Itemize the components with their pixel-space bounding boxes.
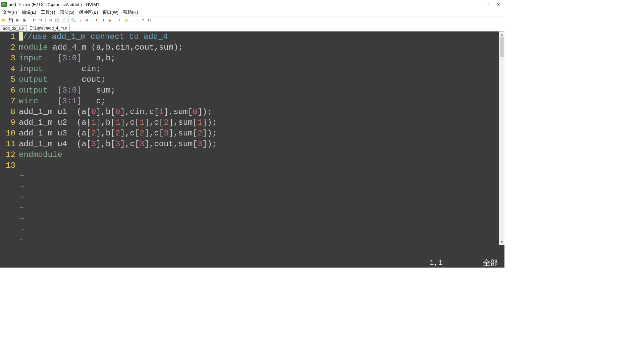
window-buttons: — ❐ ✕ <box>473 2 503 7</box>
titlebar: add_4_m.v (E:\1XTIC\practice\add\rtl) - … <box>0 0 504 9</box>
lineno: 9 <box>0 117 19 128</box>
menu-help[interactable]: 帮助(H) <box>122 9 139 15</box>
cursor-position: 1,1 <box>429 259 483 267</box>
code-line: input [3:0] a,b; <box>19 53 499 64</box>
separator <box>68 17 69 23</box>
session-save-icon[interactable]: ⬇ <box>101 17 106 23</box>
lineno: 2 <box>0 42 19 53</box>
copy-icon[interactable]: 📋 <box>54 17 60 23</box>
code-line: module add_4_m (a,b,cin,cout,sum); <box>19 42 499 53</box>
session-load-icon[interactable]: ⬆ <box>94 17 99 23</box>
separator <box>29 17 29 23</box>
menu-edit[interactable]: 编辑(E) <box>20 9 38 15</box>
find-icon[interactable]: 🔍 <box>71 17 76 23</box>
paste-icon[interactable]: 📄 <box>61 17 66 23</box>
maximize-button[interactable]: ❐ <box>484 2 489 7</box>
replace-icon[interactable]: ♻ <box>84 17 90 23</box>
vertical-scrollbar[interactable]: ▲ ▼ <box>499 32 504 245</box>
lineno: 11 <box>0 139 19 150</box>
editor-padding <box>0 245 504 258</box>
findhelp-icon[interactable]: ☈ <box>147 17 152 23</box>
window-title: add_4_m.v (E:\1XTIC\practice\add\rtl) - … <box>9 2 473 7</box>
tag-icon[interactable]: ▭ <box>130 17 136 23</box>
menu-buffers[interactable]: 缓冲区(B) <box>78 9 99 15</box>
menu-window[interactable]: 窗口(W) <box>101 9 120 15</box>
help-icon[interactable]: ? <box>140 17 146 23</box>
saveall-icon[interactable]: 🗎 <box>15 17 20 23</box>
editor-area: 1//use add_1_m connect to add_4 2module … <box>0 32 504 245</box>
undo-icon[interactable]: ↶ <box>31 17 37 23</box>
separator <box>92 17 92 23</box>
lineno: 4 <box>0 64 19 74</box>
lineno: 13 <box>0 160 19 171</box>
lineno: 6 <box>0 85 19 96</box>
lineno: 8 <box>0 107 19 117</box>
code-line: add_1_m u2 (a[1],b[1],c[1],c[2],sum[1]); <box>19 117 499 128</box>
code-editor[interactable]: 1//use add_1_m connect to add_4 2module … <box>0 32 499 245</box>
code-line: //use add_1_m connect to add_4 <box>19 32 499 42</box>
code-line: wire [3:1] c; <box>19 96 499 107</box>
close-button[interactable]: ✕ <box>496 2 500 7</box>
lineno: 5 <box>0 74 19 85</box>
cut-icon[interactable]: ✂ <box>48 17 53 23</box>
scroll-status: 全部 <box>483 258 504 268</box>
separator <box>45 17 46 23</box>
empty-line-tilde: ~ <box>19 235 499 245</box>
run-icon[interactable]: ▶ <box>107 17 113 23</box>
toolbar: 📂 💾 🗎 🖶 ↶ ↷ ✂ 📋 📄 🔍 ⤵ ♻ ⬆ ⬇ ▶ T ◍ ▭ ? ☈ <box>0 16 504 24</box>
separator <box>115 17 115 23</box>
empty-line-tilde: ~ <box>19 171 499 182</box>
print-icon[interactable]: 🖶 <box>21 17 27 23</box>
lineno: 12 <box>0 150 19 160</box>
code-line <box>19 160 499 171</box>
redo-icon[interactable]: ↷ <box>38 17 43 23</box>
menubar: 文件(F) 编辑(E) 工具(T) 语法(S) 缓冲区(B) 窗口(W) 帮助(… <box>0 9 504 16</box>
scroll-thumb[interactable] <box>500 37 504 57</box>
code-line: output cout; <box>19 74 499 85</box>
code-line: add_1_m u4 (a[3],b[3],c[3],cout,sum[3]); <box>19 139 499 150</box>
code-line: endmodule <box>19 150 499 160</box>
tab-add32[interactable]: add_32_s.v <box>0 25 27 32</box>
empty-line-tilde: ~ <box>19 203 499 214</box>
statusbar: 1,1 全部 <box>0 258 504 268</box>
tabbar: add_32_s.v E:\1\p\a\r\add_4_m.v <box>0 24 504 32</box>
empty-line-tilde: ~ <box>19 182 499 192</box>
menu-tools[interactable]: 工具(T) <box>40 9 57 15</box>
minimize-button[interactable]: — <box>473 2 478 7</box>
open-icon[interactable]: 📂 <box>1 17 7 23</box>
shell-icon[interactable]: ◍ <box>124 17 129 23</box>
lineno: 7 <box>0 96 19 107</box>
separator <box>138 17 138 23</box>
save-icon[interactable]: 💾 <box>8 17 13 23</box>
lineno: 10 <box>0 128 19 139</box>
scroll-up-icon[interactable]: ▲ <box>499 32 504 37</box>
code-line: add_1_m u3 (a[2],b[2],c[2],c[3],sum[2]); <box>19 128 499 139</box>
menu-syntax[interactable]: 语法(S) <box>59 9 76 15</box>
menu-file[interactable]: 文件(F) <box>1 9 18 15</box>
gvim-icon <box>1 2 7 7</box>
findnext-icon[interactable]: ⤵ <box>77 17 83 23</box>
cursor <box>19 32 23 41</box>
lineno: 3 <box>0 53 19 64</box>
empty-line-tilde: ~ <box>19 214 499 225</box>
scroll-down-icon[interactable]: ▼ <box>499 239 504 245</box>
lineno: 1 <box>0 32 19 42</box>
empty-line-tilde: ~ <box>19 192 499 203</box>
make-icon[interactable]: T <box>117 17 122 23</box>
tab-add4m[interactable]: E:\1\p\a\r\add_4_m.v <box>26 25 70 32</box>
code-line: input cin; <box>19 64 499 74</box>
code-line: add_1_m u1 (a[0],b[0],cin,c[1],sum[0]); <box>19 107 499 117</box>
empty-line-tilde: ~ <box>19 225 499 235</box>
code-line: output [3:0] sum; <box>19 85 499 96</box>
